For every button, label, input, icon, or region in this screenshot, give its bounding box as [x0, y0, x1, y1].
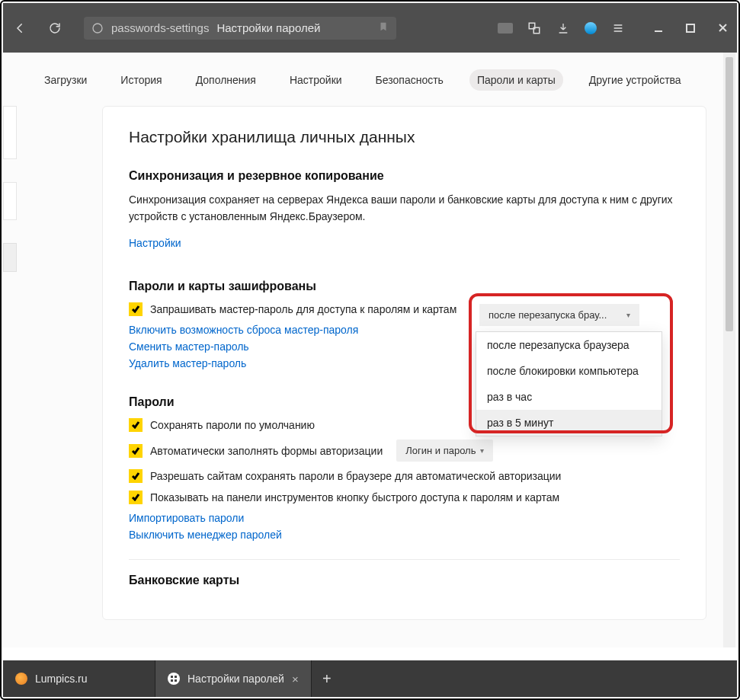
downloads-icon[interactable]: [556, 21, 571, 36]
tab-security[interactable]: Безопасность: [368, 69, 451, 91]
checkbox-autofill[interactable]: [129, 444, 143, 458]
new-tab-button[interactable]: +: [312, 660, 342, 697]
window-minimize[interactable]: [650, 20, 667, 37]
tab-settings[interactable]: Настройки: [282, 69, 350, 91]
save-default-label: Сохранять пароли по умолчанию: [150, 419, 315, 431]
scrollbar-track[interactable]: [723, 53, 735, 647]
autofill-select-value: Логин и пароль: [405, 445, 476, 456]
autofill-select[interactable]: Логин и пароль ▾: [396, 439, 493, 462]
ask-master-label: Запрашивать мастер-пароль для доступа к …: [150, 303, 456, 315]
extension-lastfm-icon[interactable]: [498, 21, 513, 36]
tab-downloads[interactable]: Загрузки: [37, 69, 95, 91]
svg-rect-5: [171, 676, 173, 678]
tab-addons[interactable]: Дополнения: [188, 69, 264, 91]
checkbox-allow-sites[interactable]: [129, 469, 143, 483]
favicon-settings: [168, 673, 180, 685]
scrollbar-thumb[interactable]: [726, 57, 733, 331]
import-passwords-link[interactable]: Импортировать пароли: [129, 512, 680, 524]
checkbox-show-toolbar[interactable]: [129, 491, 143, 504]
sync-settings-link[interactable]: Настройки: [129, 237, 181, 249]
checkbox-save-default[interactable]: [129, 418, 143, 432]
tab-label: Настройки паролей: [187, 673, 284, 685]
annotation-highlight: [469, 293, 673, 433]
content-area: Загрузки История Дополнения Настройки Бе…: [3, 53, 737, 647]
page-title: Настройки хранилища личных данных: [129, 128, 680, 146]
bookmark-icon[interactable]: [378, 21, 389, 35]
sync-description: Синхронизация сохраняет на серверах Янде…: [129, 192, 680, 225]
tab-label: Lumpics.ru: [35, 673, 87, 685]
window-maximize[interactable]: [682, 20, 699, 37]
menu-icon[interactable]: [610, 21, 626, 36]
url-text: passwords-settings: [111, 21, 209, 34]
disable-manager-link[interactable]: Выключить менеджер паролей: [129, 529, 680, 541]
cards-heading: Банковские карты: [129, 574, 680, 587]
favicon-lumpics: [15, 673, 27, 685]
svg-rect-1: [498, 23, 513, 34]
show-toolbar-label: Показывать на панели инструментов кнопку…: [150, 491, 559, 503]
sidebar-partial: [3, 106, 17, 578]
browser-tabstrip: Lumpics.ru Настройки паролей × +: [3, 660, 737, 697]
encryption-heading: Пароли и карты зашифрованы: [129, 280, 680, 293]
autofill-label: Автоматически заполнять формы авторизаци…: [150, 445, 383, 457]
svg-rect-6: [175, 676, 177, 678]
reload-button[interactable]: [44, 18, 66, 39]
site-icon: [91, 22, 104, 34]
browser-titlebar: passwords-settings Настройки паролей: [3, 3, 737, 53]
account-avatar-icon[interactable]: [585, 22, 597, 34]
checkbox-ask-master[interactable]: [129, 302, 143, 316]
svg-rect-4: [687, 24, 694, 32]
allow-sites-label: Разрешать сайтам сохранять пароли в брау…: [150, 470, 561, 482]
back-button[interactable]: [9, 18, 30, 39]
settings-nav-tabs: Загрузки История Дополнения Настройки Бе…: [3, 53, 737, 106]
tab-passwords-cards[interactable]: Пароли и карты: [469, 69, 563, 91]
chevron-down-icon: ▾: [480, 446, 484, 455]
svg-rect-7: [171, 679, 173, 682]
extension-translate-icon[interactable]: [527, 21, 542, 36]
browser-tab-settings[interactable]: Настройки паролей ×: [155, 660, 312, 697]
tab-close-icon[interactable]: ×: [292, 673, 299, 686]
address-bar[interactable]: passwords-settings Настройки паролей: [84, 17, 396, 40]
tab-history[interactable]: История: [113, 69, 169, 91]
svg-point-0: [93, 24, 102, 33]
window-close[interactable]: [714, 20, 731, 37]
tab-other-devices[interactable]: Другие устройства: [581, 69, 689, 91]
sync-heading: Синхронизация и резервное копирование: [129, 169, 680, 183]
page-label: Настройки паролей: [216, 21, 320, 34]
svg-rect-8: [175, 679, 177, 682]
browser-tab-lumpics[interactable]: Lumpics.ru: [3, 660, 155, 697]
